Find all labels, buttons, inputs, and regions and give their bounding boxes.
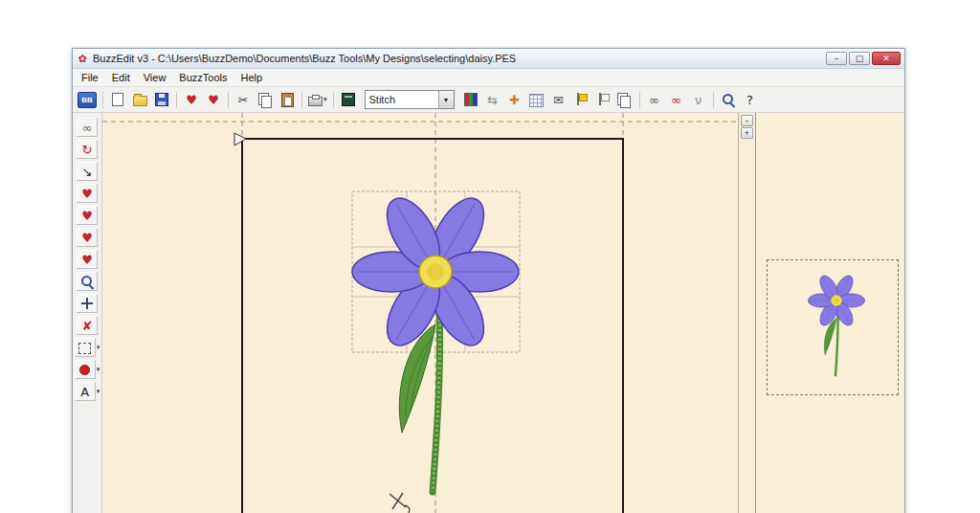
stitch-order-tool-row: ↘: [77, 162, 98, 181]
minimize-button[interactable]: –: [826, 52, 847, 65]
center-design-button[interactable]: ✚: [504, 90, 525, 110]
design-thumbnail[interactable]: [767, 259, 899, 395]
adjust-design-tool-row: ♥: [77, 206, 98, 225]
thumbnail-svg: [768, 260, 898, 394]
cut-button[interactable]: ✂: [233, 90, 254, 110]
context-help-button[interactable]: ?: [740, 90, 761, 110]
chevron-down-icon: ▾: [97, 388, 100, 395]
canvas-svg: [102, 113, 738, 513]
mag-icon: [80, 275, 94, 288]
copy-icon: [258, 93, 269, 105]
ruler-icon: [342, 93, 355, 106]
delete-stitch-tool[interactable]: ✘: [77, 316, 98, 335]
design-properties-button[interactable]: ♥: [181, 90, 202, 110]
design-canvas[interactable]: [102, 113, 738, 513]
toolbar-separator: [333, 92, 334, 108]
rotate-design-tool[interactable]: ↻: [77, 140, 98, 159]
paste-button[interactable]: [277, 90, 298, 110]
menu-bar: FileEditViewBuzzToolsHelp: [73, 69, 904, 87]
view-settings-tool[interactable]: ∞: [77, 118, 98, 137]
chevron-down-icon[interactable]: ▼: [438, 91, 454, 108]
save-button[interactable]: [151, 90, 172, 110]
title-bar[interactable]: ✿ BuzzEdit v3 - C:\Users\BuzzDemo\Docume…: [73, 49, 904, 69]
open-button[interactable]: [129, 90, 150, 110]
move-icon: [80, 297, 94, 310]
stitch-order-icon: ↘: [82, 166, 93, 178]
realistic-view-button[interactable]: ∞: [666, 90, 687, 110]
zoom-in-tool-row: [77, 272, 98, 291]
cut-icon: ✂: [238, 94, 249, 106]
toolbar-separator: [301, 92, 302, 108]
adjust-design-tool[interactable]: ♥: [77, 206, 98, 225]
stitch-design-icon: ♥: [81, 254, 93, 266]
rotate-design-tool-row: ↻: [77, 140, 98, 159]
design-check-icon: ♥: [208, 94, 219, 106]
stitch-mode-select[interactable]: Stitch▼: [365, 90, 455, 109]
flag-icon: [574, 93, 588, 106]
grid-settings-button[interactable]: [526, 90, 547, 110]
fabric-view-button[interactable]: ν: [688, 90, 709, 110]
maximize-button[interactable]: □: [849, 52, 870, 65]
delete-stitch-tool-row: ✘: [77, 316, 98, 335]
close-button[interactable]: ✕: [872, 52, 901, 65]
color-dot-tool[interactable]: [75, 360, 96, 379]
select-tool[interactable]: [75, 338, 96, 357]
menu-help[interactable]: Help: [234, 70, 270, 85]
pan-tool[interactable]: [77, 294, 98, 313]
delete-stitch-icon: ✘: [82, 320, 93, 332]
zoom-button[interactable]: [718, 90, 739, 110]
overview-panel: [755, 113, 904, 513]
stitch-order-tool[interactable]: ↘: [77, 162, 98, 181]
dot-icon: [79, 365, 90, 375]
center-design-icon: ✚: [509, 94, 520, 106]
zoom-in-tool[interactable]: [77, 272, 98, 291]
flag-clear-button[interactable]: [592, 90, 613, 110]
scroll-plus-button[interactable]: +: [741, 127, 753, 139]
vertical-scrollbar[interactable]: - +: [738, 113, 755, 513]
paste-icon: [281, 93, 294, 107]
window-controls: – □ ✕: [826, 52, 902, 65]
color-dot-tool-row: ▾: [75, 360, 100, 379]
toolbar-separator: [228, 92, 229, 108]
design-check-button[interactable]: ♥: [203, 90, 224, 110]
new-button[interactable]: [107, 90, 128, 110]
window-title: BuzzEdit v3 - C:\Users\BuzzDemo\Document…: [93, 53, 822, 64]
folder-icon: [133, 96, 147, 106]
split-design-icon: ♥: [81, 232, 93, 244]
flag-marker-button[interactable]: [570, 90, 591, 110]
printer-icon: [308, 97, 323, 106]
toolbar: BB♥♥✂▾Stitch▼⇆✚✉∞∞ν?: [73, 87, 904, 113]
toolbar-separator: [176, 92, 177, 108]
refresh-button[interactable]: ⇆: [482, 90, 503, 110]
toolbar-separator: [102, 92, 103, 108]
send-design-button[interactable]: ✉: [548, 90, 569, 110]
split-design-tool-row: ♥: [77, 228, 98, 247]
toolbar-separator: [639, 92, 640, 108]
stitch-mode-value: Stitch: [366, 94, 438, 105]
view-settings-icon: ∞: [82, 122, 93, 134]
send-design-icon: ✉: [553, 94, 564, 106]
menu-edit[interactable]: Edit: [105, 70, 137, 85]
text-tool[interactable]: A: [75, 382, 96, 401]
thread-colors-button[interactable]: [460, 90, 481, 110]
menu-file[interactable]: File: [75, 70, 105, 85]
origin-marker-icon: [234, 133, 246, 145]
print-button[interactable]: ▾: [306, 90, 329, 110]
scroll-minus-button[interactable]: -: [741, 115, 753, 126]
stitch-simulate-button[interactable]: ∞: [644, 90, 665, 110]
stitch-design-tool[interactable]: ♥: [77, 250, 98, 269]
edit-design-icon: ♥: [81, 188, 93, 200]
buzzedit-logo-button[interactable]: BB: [76, 90, 99, 110]
page-icon: [112, 93, 123, 106]
grid-icon: [529, 94, 544, 107]
copy-button[interactable]: [255, 90, 276, 110]
copies-button[interactable]: [614, 90, 635, 110]
refresh-icon: ⇆: [487, 94, 498, 106]
edit-design-tool[interactable]: ♥: [77, 184, 98, 203]
menu-buzztools[interactable]: BuzzTools: [172, 70, 234, 85]
menu-view[interactable]: View: [137, 70, 173, 85]
split-design-tool[interactable]: ♥: [77, 228, 98, 247]
copy-icon: [617, 93, 628, 105]
hoop-setup-button[interactable]: [338, 90, 359, 110]
main-area: ∞↻↘♥♥♥♥✘▾▾A▾: [73, 113, 904, 513]
